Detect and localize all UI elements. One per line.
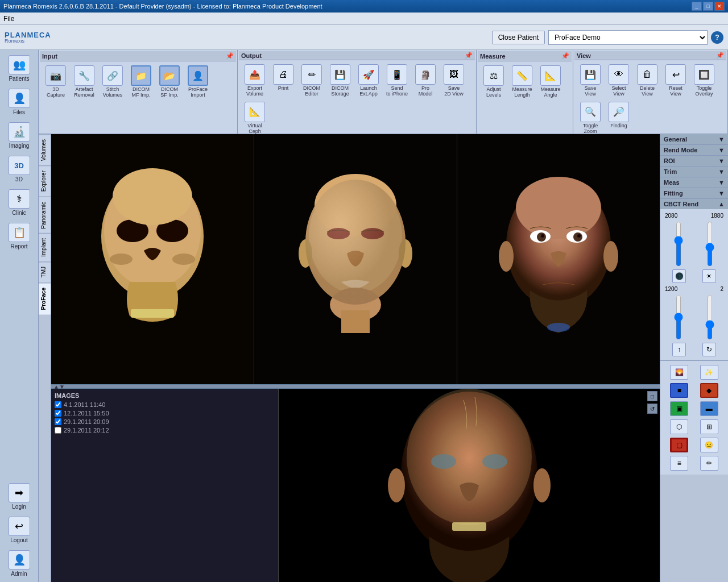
image-checkbox-4[interactable]: [55, 427, 61, 434]
tb-proface[interactable]: 👤 ProFaceImport: [184, 64, 212, 100]
sun-icon[interactable]: ☀: [702, 269, 716, 283]
tb-select-view[interactable]: 👁 SelectView: [605, 63, 632, 99]
green-icon[interactable]: ▣: [670, 401, 688, 416]
red-3d-icon[interactable]: ◆: [700, 383, 718, 398]
blue-flat-icon[interactable]: ▬: [700, 401, 718, 416]
image-label-3[interactable]: 29.1.2011 20:09: [64, 418, 109, 425]
menu-file[interactable]: File: [3, 15, 14, 23]
face-icon[interactable]: 😐: [700, 438, 718, 452]
sidebar-item-logout[interactable]: ↩ Logout: [2, 514, 36, 546]
blue-square-icon[interactable]: ■: [670, 383, 688, 398]
splitter[interactable]: ▲▼: [51, 384, 660, 389]
tb-virtual-ceph[interactable]: 📐 VirtualCeph: [241, 100, 268, 136]
tb-artefact[interactable]: 🔧 ArtefactRemoval: [71, 64, 98, 100]
sidebar-item-files[interactable]: 👤 Files: [2, 86, 36, 118]
sidebar-item-clinic[interactable]: ⚕ Clinic: [2, 186, 36, 219]
main-viewport[interactable]: [51, 134, 660, 384]
up-arrow-icon[interactable]: ↑: [672, 343, 686, 356]
tb-pro-model[interactable]: 🗿 ProModel: [412, 63, 439, 99]
patient-selector[interactable]: ProFace Demo: [548, 30, 708, 45]
sidebar-item-patients[interactable]: 👥 Patients: [2, 52, 36, 85]
list-icon[interactable]: ≡: [670, 456, 688, 471]
face3d-cell[interactable]: [254, 134, 457, 384]
maximize-button[interactable]: □: [703, 2, 713, 11]
preview-panel[interactable]: □ ↺: [279, 389, 660, 582]
cbct-slider-2[interactable]: [705, 221, 714, 267]
photo-face-cell[interactable]: [457, 134, 660, 384]
image-checkbox-3[interactable]: [55, 418, 61, 425]
toolbar-input: Input 📌 📷 3DCapture 🔧 ArtefactRemoval 🔗 …: [39, 50, 238, 134]
tb-finding[interactable]: 🔎 Finding: [605, 100, 632, 136]
left-sidebar: 👥 Patients 👤 Files 🔬 Imaging 3D 3D ⚕ Cli…: [0, 50, 39, 582]
tb-send-iphone[interactable]: 📱 Sendto iPhone: [383, 63, 411, 99]
tab-implant[interactable]: Implant: [39, 233, 51, 261]
cube-icon[interactable]: ⬡: [670, 419, 688, 434]
preview-btn-1[interactable]: □: [647, 391, 657, 401]
tab-panoramic[interactable]: Panoramic: [39, 197, 51, 234]
svg-point-36: [407, 389, 532, 525]
rp-rend-mode-header[interactable]: Rend Mode ▼: [660, 145, 728, 155]
sidebar-item-3d[interactable]: 3D 3D: [2, 153, 36, 185]
image-checkbox-1[interactable]: [55, 401, 61, 408]
tb-launch-ext[interactable]: 🚀 LaunchExt.App: [355, 63, 382, 99]
image-label-1[interactable]: 4.1.2011 11:40: [64, 401, 105, 408]
sidebar-item-imaging[interactable]: 🔬 Imaging: [2, 119, 36, 152]
tb-adjust-levels[interactable]: ⚖ AdjustLevels: [480, 64, 507, 100]
close-patient-button[interactable]: Close Patient: [492, 31, 545, 44]
sidebar-item-admin[interactable]: 👤 Admin: [2, 547, 36, 580]
skull-cell[interactable]: [51, 134, 254, 384]
tb-dicom-storage[interactable]: 💾 DICOMStorage: [326, 63, 354, 99]
tb-reset-view[interactable]: ↩ ResetView: [662, 63, 689, 99]
cbct-slider-3[interactable]: [674, 294, 683, 340]
tb-3d-capture[interactable]: 📷 3DCapture: [42, 64, 69, 100]
tb-toggle-overlay[interactable]: 🔲 ToggleOverlay: [690, 63, 718, 99]
rp-cbct-rend-header[interactable]: CBCT Rend ▲: [660, 199, 728, 209]
tab-volumes[interactable]: Volumes: [39, 134, 51, 165]
tb-dicom-editor[interactable]: ✏ DICOMEditor: [298, 63, 325, 99]
tb-save-2d[interactable]: 🖼 Save2D View: [440, 63, 468, 99]
rp-trim-header[interactable]: Trim ▼: [660, 167, 728, 177]
brightness-icon[interactable]: 🌄: [670, 365, 688, 380]
rp-roi-header[interactable]: ROI ▼: [660, 156, 728, 166]
patients-icon: 👥: [9, 55, 30, 74]
sidebar-label-files: Files: [13, 109, 25, 115]
grid-icon[interactable]: ⊞: [700, 419, 718, 434]
moon-icon[interactable]: 🌑: [672, 269, 686, 283]
tb-toggle-zoom[interactable]: 🔍 ToggleZoom: [577, 100, 604, 136]
close-button[interactable]: ✕: [714, 2, 725, 11]
dicom-storage-label: DICOMStorage: [331, 86, 349, 97]
pencil-icon[interactable]: ✏: [700, 456, 718, 471]
sidebar-item-login[interactable]: ➡ Login: [2, 480, 36, 513]
tb-dicom-mf[interactable]: 📁 DICOMMF Imp.: [127, 64, 155, 100]
tb-measure-angle[interactable]: 📐 MeasureAngle: [537, 64, 564, 100]
rotate-icon[interactable]: ↻: [702, 343, 716, 356]
minimize-button[interactable]: _: [692, 2, 702, 11]
finding-icon: 🔎: [609, 102, 629, 122]
window-controls: _ □ ✕: [692, 2, 725, 11]
tb-save-view[interactable]: 💾 SaveView: [577, 63, 604, 99]
tb-dicom-sf[interactable]: 📂 DICOMSF Imp.: [156, 64, 183, 100]
rp-fitting-header[interactable]: Fitting ▼: [660, 188, 728, 198]
tab-tmj[interactable]: TMJ: [39, 261, 51, 282]
help-button[interactable]: ?: [711, 31, 723, 44]
image-label-4[interactable]: 29.1.2011 20:12: [64, 427, 109, 434]
tb-export-vol[interactable]: 📤 ExportVolume: [241, 63, 268, 99]
dicom-mf-icon: 📁: [131, 65, 151, 86]
rp-meas-header[interactable]: Meas ▼: [660, 177, 728, 188]
slider-wrap-4: [705, 294, 714, 340]
rp-general-header[interactable]: General ▼: [660, 134, 728, 144]
star-icon[interactable]: ✨: [700, 365, 718, 380]
tb-measure-length[interactable]: 📏 MeasureLength: [508, 64, 536, 100]
tb-stitch[interactable]: 🔗 StitchVolumes: [99, 64, 126, 100]
cbct-slider-4[interactable]: [705, 294, 714, 340]
red-frame-icon[interactable]: ▢: [670, 438, 688, 452]
tb-print[interactable]: 🖨 Print: [270, 63, 297, 99]
tab-proface[interactable]: ProFace: [39, 282, 51, 314]
cbct-slider-1[interactable]: [674, 221, 683, 267]
image-checkbox-2[interactable]: [55, 410, 61, 417]
preview-btn-2[interactable]: ↺: [647, 404, 657, 414]
image-label-2[interactable]: 12.1.2011 15:50: [64, 410, 109, 417]
tab-explorer[interactable]: Explorer: [39, 165, 51, 196]
sidebar-item-report[interactable]: 📋 Report: [2, 220, 36, 252]
tb-delete-view[interactable]: 🗑 DeleteView: [634, 63, 661, 99]
